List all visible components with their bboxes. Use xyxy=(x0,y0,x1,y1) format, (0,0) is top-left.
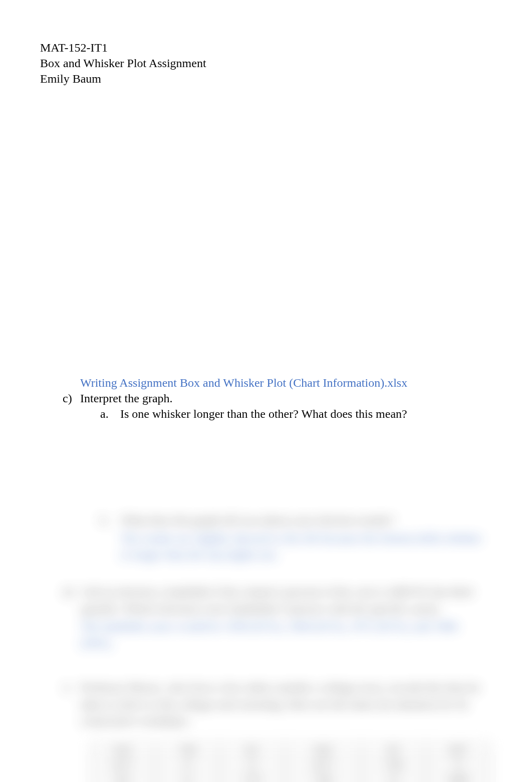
blur-marker-2: 2. xyxy=(63,679,80,730)
assignment-title: Box and Whisker Plot Assignment xyxy=(40,56,492,71)
table-cell: 8.42 xyxy=(285,743,362,758)
student-name: Emily Baum xyxy=(40,71,492,87)
blur-marker-b: b. xyxy=(100,512,120,564)
list-marker-a: a. xyxy=(100,406,120,422)
table-row: 8.597.757.9288.08 xyxy=(91,773,491,782)
table-cell: 8.67 xyxy=(426,743,490,758)
table-cell: 8 xyxy=(361,773,426,782)
table-cell: 7.92 xyxy=(361,758,426,773)
table-cell: 7.83 xyxy=(155,743,220,758)
table-cell: 8.5 xyxy=(361,743,426,758)
blur-answer-b: The results are slightly skewed to the l… xyxy=(120,530,492,564)
table-cell: 8.3 xyxy=(220,743,285,758)
list-marker-c: c) xyxy=(63,391,80,406)
blur-question-b: What does the graph tell you about your … xyxy=(120,512,492,529)
table-cell: 8.17 xyxy=(91,758,155,773)
table-cell: 9 xyxy=(220,758,285,773)
table-cell: 7.92 xyxy=(285,773,362,782)
list-text-c: Interpret the graph. xyxy=(80,391,173,406)
blur-item-2: 2. Professor Moore, who lives a few mile… xyxy=(63,679,492,730)
list-text-a: Is one whisker longer than the other? Wh… xyxy=(120,406,407,422)
blur-text-2: Professor Moore, who lives a few miles o… xyxy=(80,679,492,730)
blur-item-b: b. What does the graph tell you about yo… xyxy=(100,512,492,564)
table-cell: 8.5 xyxy=(91,773,155,782)
blank-space xyxy=(40,87,492,375)
table-cell: 8.25 xyxy=(91,743,155,758)
blur-item-d: d) Call an election a landslide if the w… xyxy=(63,584,492,652)
table-cell: 8.17 xyxy=(285,758,362,773)
blur-marker-d: d) xyxy=(63,584,80,652)
table-cell: 8.08 xyxy=(426,773,490,782)
table-cell: 9 xyxy=(426,758,490,773)
course-code: MAT-152-IT1 xyxy=(40,40,492,56)
table-row: 8.257.838.38.428.58.67 xyxy=(91,743,491,758)
list-item-c: c) Interpret the graph. xyxy=(63,391,492,406)
attachment-link[interactable]: Writing Assignment Box and Whisker Plot … xyxy=(80,375,492,391)
blur-question-d: Call an election a landslide if the winn… xyxy=(80,584,492,617)
table-row: 8.17998.177.929 xyxy=(91,758,491,773)
blurred-preview-section: b. What does the graph tell you about yo… xyxy=(40,512,492,782)
data-table: 8.257.838.38.428.58.678.17998.177.9298.5… xyxy=(90,742,491,782)
blur-answer-d: The landslide years would be 1936 (61%),… xyxy=(80,618,492,652)
table-cell: 7.75 xyxy=(220,773,285,782)
table-cell: 9 xyxy=(155,758,220,773)
table-cell: 9 xyxy=(155,773,220,782)
list-item-a: a. Is one whisker longer than the other?… xyxy=(100,406,492,422)
